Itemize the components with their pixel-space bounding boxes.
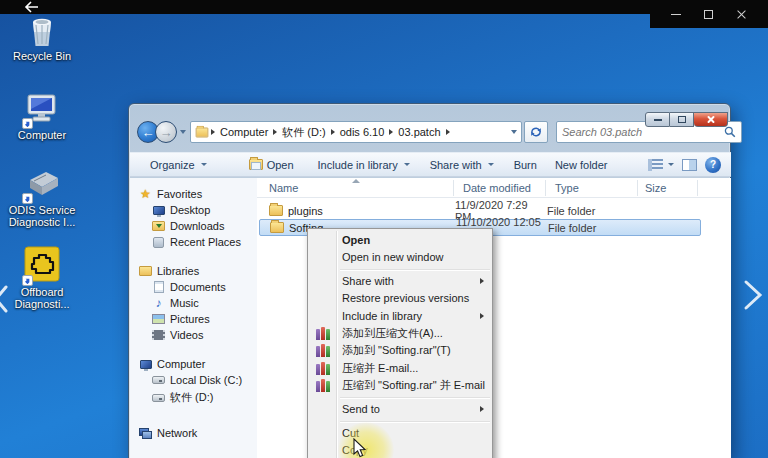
crumb-odis[interactable]: odis 6.10 — [337, 126, 388, 138]
menu-item-open-new-window[interactable]: Open in new window — [308, 249, 492, 267]
crumb-separator-icon — [446, 129, 450, 135]
burn-button[interactable]: Burn — [508, 156, 543, 174]
folder-icon — [269, 205, 283, 216]
open-button[interactable]: Open — [243, 156, 300, 174]
refresh-button[interactable] — [524, 121, 548, 143]
menu-item-compress-to-softing-rar-and-email[interactable]: 压缩到 "Softing.rar" 并 E-mail — [308, 377, 492, 395]
player-window-controls — [650, 0, 768, 28]
menu-item-copy[interactable]: Copy — [308, 442, 492, 458]
engine-diagnostic-icon — [24, 246, 60, 284]
close-icon[interactable] — [731, 5, 753, 23]
search-icon — [724, 126, 736, 138]
command-toolbar: Organize Open Include in library Share w… — [130, 152, 731, 177]
crumb-separator-icon — [331, 129, 335, 135]
views-icon — [648, 159, 663, 171]
libraries-icon — [139, 265, 152, 277]
winrar-icon — [316, 379, 330, 392]
submenu-arrow-icon — [480, 278, 484, 284]
videos-icon — [152, 329, 165, 341]
sidebar-group-network[interactable]: Network — [130, 425, 257, 441]
chevron-right-icon[interactable] — [740, 278, 766, 316]
menu-item-add-to-archive[interactable]: 添加到压缩文件(A)... — [308, 325, 492, 343]
window-maximize-button[interactable] — [670, 112, 694, 127]
window-minimize-button[interactable] — [645, 112, 670, 127]
shortcut-arrow-icon — [22, 193, 33, 204]
forward-button[interactable]: → — [155, 121, 177, 143]
sidebar-item-documents[interactable]: Documents — [130, 279, 257, 295]
menu-item-cut[interactable]: Cut — [308, 424, 492, 442]
column-headers: Name Date modified Type Size — [257, 178, 731, 198]
desktop-icon-label: Recycle Bin — [0, 50, 84, 62]
winrar-icon — [316, 327, 330, 340]
window-close-button[interactable] — [694, 112, 728, 127]
menu-item-open[interactable]: Open — [308, 231, 492, 249]
crumb-separator-icon — [211, 129, 215, 135]
sidebar-item-local-disk-c[interactable]: Local Disk (C:) — [130, 372, 257, 388]
history-dropdown-icon[interactable] — [180, 130, 186, 134]
chevron-down-icon — [404, 163, 410, 166]
minimize-icon[interactable] — [665, 5, 687, 23]
sidebar-item-recent-places[interactable]: Recent Places — [130, 234, 257, 250]
crumb-separator-icon — [389, 129, 393, 135]
address-bar: ← → Computer 软件 (D:) odis 6.10 03.patch — [129, 118, 730, 146]
search-input[interactable] — [562, 126, 724, 138]
folder-icon — [196, 127, 209, 137]
menu-item-send-to[interactable]: Send to — [308, 401, 492, 419]
pictures-icon — [152, 313, 165, 325]
screen: Recycle Bin Computer — [0, 0, 768, 458]
sidebar-item-downloads[interactable]: Downloads — [130, 218, 257, 234]
recycle-bin-icon — [24, 14, 60, 48]
menu-separator — [340, 269, 490, 270]
mouse-cursor-icon — [353, 438, 368, 458]
sidebar-group-computer[interactable]: Computer — [130, 356, 257, 372]
title-bar[interactable] — [129, 104, 730, 116]
music-icon: ♪ — [152, 297, 165, 309]
maximize-icon[interactable] — [698, 5, 720, 23]
folder-icon — [270, 222, 284, 233]
organize-button[interactable]: Organize — [144, 156, 213, 174]
menu-item-include-in-library[interactable]: Include in library — [308, 307, 492, 325]
share-with-button[interactable]: Share with — [424, 156, 500, 174]
column-type[interactable]: Type — [555, 182, 579, 194]
computer-icon — [139, 358, 152, 370]
desktop-icon-offboard[interactable]: Offboard Diagnosti... — [0, 246, 84, 310]
back-arrow-icon[interactable] — [24, 1, 42, 13]
views-button[interactable] — [648, 159, 674, 171]
crumb-drive-d[interactable]: 软件 (D:) — [279, 125, 328, 140]
breadcrumb[interactable]: Computer 软件 (D:) odis 6.10 03.patch — [190, 121, 522, 143]
chevron-left-icon[interactable] — [0, 284, 10, 318]
desktop-icon-label: ODIS Service Diagnostic I... — [0, 204, 84, 228]
sidebar-item-desktop[interactable]: Desktop — [130, 202, 257, 218]
desktop-icon-odis[interactable]: ODIS Service Diagnostic I... — [0, 168, 84, 228]
sidebar-group-libraries[interactable]: Libraries — [130, 263, 257, 279]
menu-item-add-to-softing-rar[interactable]: 添加到 "Softing.rar"(T) — [308, 342, 492, 360]
column-name[interactable]: Name — [269, 182, 298, 194]
crumb-computer[interactable]: Computer — [217, 126, 271, 138]
sidebar-item-music[interactable]: ♪ Music — [130, 295, 257, 311]
sidebar-item-videos[interactable]: Videos — [130, 327, 257, 343]
sidebar-item-pictures[interactable]: Pictures — [130, 311, 257, 327]
include-in-library-button[interactable]: Include in library — [312, 156, 416, 174]
help-icon[interactable]: ? — [705, 157, 721, 173]
desktop-icon-label: Computer — [0, 129, 84, 141]
sort-ascending-icon — [352, 179, 360, 183]
sidebar-item-drive-d[interactable]: 软件 (D:) — [130, 388, 257, 407]
new-folder-button[interactable]: New folder — [549, 156, 614, 174]
menu-item-share-with[interactable]: Share with — [308, 272, 492, 290]
desktop-icon-recycle-bin[interactable]: Recycle Bin — [0, 14, 84, 62]
desktop-icon-computer[interactable]: Computer — [0, 93, 84, 141]
downloads-icon — [152, 220, 165, 232]
chevron-down-icon — [668, 163, 674, 166]
winrar-icon — [316, 344, 330, 357]
sidebar-group-favorites[interactable]: ★ Favorites — [130, 186, 257, 202]
address-dropdown-icon[interactable] — [511, 130, 517, 134]
preview-pane-icon[interactable] — [682, 159, 697, 171]
column-date-modified[interactable]: Date modified — [463, 182, 531, 194]
window-controls — [645, 112, 728, 127]
network-icon — [139, 427, 152, 439]
menu-item-restore-previous-versions[interactable]: Restore previous versions — [308, 290, 492, 308]
menu-item-compress-and-email[interactable]: 压缩并 E-mail... — [308, 360, 492, 378]
computer-icon — [24, 93, 60, 127]
column-size[interactable]: Size — [645, 182, 666, 194]
crumb-03patch[interactable]: 03.patch — [395, 126, 443, 138]
